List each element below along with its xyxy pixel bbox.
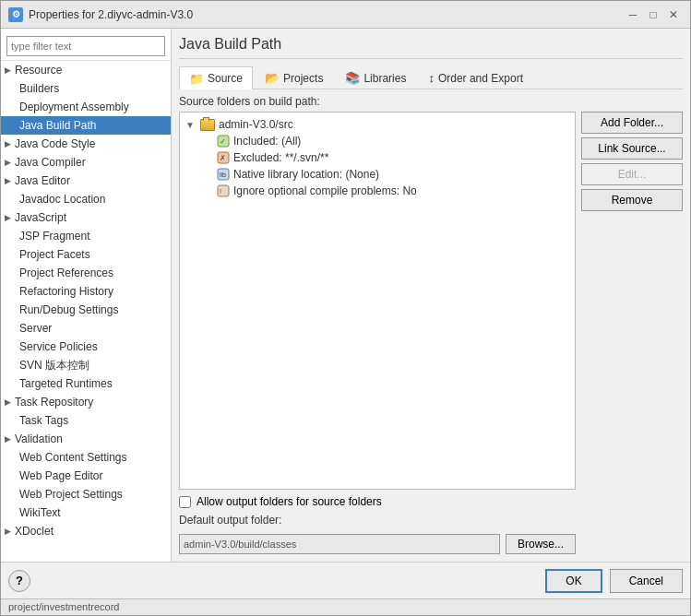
sidebar-item-label: Web Project Settings <box>19 488 123 501</box>
svg-text:lib: lib <box>220 172 226 178</box>
arrow-icon: ▶ <box>5 176 11 185</box>
tree-child-native[interactable]: lib Native library location: (None) <box>184 166 571 183</box>
sidebar-item-web-project-settings[interactable]: Web Project Settings <box>1 485 171 503</box>
footer: ? OK Cancel <box>1 562 690 598</box>
sidebar-item-label: Refactoring History <box>19 285 113 298</box>
remove-button[interactable]: Remove <box>581 189 683 211</box>
close-button[interactable]: ✕ <box>664 6 683 24</box>
add-folder-button[interactable]: Add Folder... <box>581 112 683 134</box>
sidebar-item-label: Service Policies <box>19 340 98 353</box>
sidebar-item-label: Project Facets <box>19 248 90 261</box>
filter-input[interactable] <box>6 36 165 56</box>
maximize-button[interactable]: □ <box>644 6 662 24</box>
folder-icon <box>200 119 215 131</box>
sidebar-item-label: Java Editor <box>15 174 70 187</box>
sidebar-item-java-compiler[interactable]: ▶ Java Compiler <box>1 153 171 172</box>
footer-left: ? <box>8 570 30 592</box>
main-content: ▼ admin-V3.0/src ✓ Included: ( <box>179 112 683 554</box>
sidebar-item-label: Resource <box>15 64 62 77</box>
sidebar-item-svn[interactable]: SVN 版本控制 <box>1 356 171 374</box>
tree-child-ignore-label: Ignore optional compile problems: No <box>233 184 417 197</box>
cancel-button[interactable]: Cancel <box>610 569 683 593</box>
title-bar: ⚙ Properties for 2.diyvc-admin-V3.0 ─ □ … <box>1 1 690 29</box>
tab-order-label: Order and Export <box>438 72 523 85</box>
sidebar-item-task-repository[interactable]: ▶ Task Repository <box>1 393 171 411</box>
sidebar-item-web-content-settings[interactable]: Web Content Settings <box>1 448 171 467</box>
sidebar-item-targeted-runtimes[interactable]: Targeted Runtimes <box>1 374 171 393</box>
sidebar-item-label: Javadoc Location <box>19 193 105 206</box>
sidebar-item-label: Deployment Assembly <box>19 101 129 113</box>
arrow-icon: ▶ <box>5 397 11 407</box>
section-label: Source folders on build path: <box>179 95 683 108</box>
sidebar-item-label: Builders <box>19 82 59 95</box>
browse-button[interactable]: Browse... <box>506 534 576 554</box>
sidebar-item-server[interactable]: Server <box>1 319 171 338</box>
right-panel: Add Folder... Link Source... Edit... Rem… <box>581 112 683 554</box>
tab-libraries-label: Libraries <box>363 72 406 85</box>
projects-tab-icon: 📂 <box>265 71 280 85</box>
tab-projects-label: Projects <box>283 72 323 85</box>
sidebar-item-wikitext[interactable]: WikiText <box>1 503 171 522</box>
sidebar-item-xdoclet[interactable]: ▶ XDoclet <box>1 522 171 540</box>
source-tree[interactable]: ▼ admin-V3.0/src ✓ Included: ( <box>179 112 576 490</box>
filter-box <box>1 32 171 61</box>
status-bar: project/investmentrecord <box>1 598 690 615</box>
output-section: Default output folder: Browse... <box>179 514 576 554</box>
sidebar-item-jsp-fragment[interactable]: JSP Fragment <box>1 227 171 245</box>
sidebar-item-refactoring-history[interactable]: Refactoring History <box>1 282 171 301</box>
status-text: project/investmentrecord <box>8 601 119 612</box>
tab-source-label: Source <box>208 72 243 85</box>
tree-child-excluded[interactable]: ✗ Excluded: **/.svn/** <box>184 149 571 166</box>
ok-button[interactable]: OK <box>545 569 602 593</box>
window-icon: ⚙ <box>8 7 23 22</box>
arrow-icon: ▶ <box>5 527 11 536</box>
sidebar-item-validation[interactable]: ▶ Validation <box>1 430 171 448</box>
sidebar-item-javadoc-location[interactable]: Javadoc Location <box>1 190 171 208</box>
tree-child-included[interactable]: ✓ Included: (All) <box>184 133 571 149</box>
arrow-icon: ▶ <box>5 213 11 222</box>
sidebar-item-label: Java Build Path <box>19 119 96 132</box>
sidebar-item-label: Project References <box>19 267 113 279</box>
tab-source[interactable]: 📁 Source <box>179 66 253 89</box>
footer-buttons: OK Cancel <box>545 569 683 593</box>
sidebar-item-java-code-style[interactable]: ▶ Java Code Style <box>1 135 171 153</box>
sidebar-item-task-tags[interactable]: Task Tags <box>1 411 171 430</box>
sidebar-item-label: Java Code Style <box>15 137 95 150</box>
sidebar-item-builders[interactable]: Builders <box>1 79 171 98</box>
tab-libraries[interactable]: 📚 Libraries <box>335 66 416 89</box>
sidebar-item-project-references[interactable]: Project References <box>1 264 171 282</box>
window-title: Properties for 2.diyvc-admin-V3.0 <box>29 8 193 21</box>
output-folders-checkbox[interactable] <box>179 496 191 508</box>
output-folder-input[interactable] <box>179 534 500 554</box>
sidebar-item-java-build-path[interactable]: Java Build Path <box>1 116 171 135</box>
title-bar-left: ⚙ Properties for 2.diyvc-admin-V3.0 <box>8 7 193 22</box>
source-tab-icon: 📁 <box>189 72 204 86</box>
sidebar-item-service-policies[interactable]: Service Policies <box>1 338 171 356</box>
tree-root-label: admin-V3.0/src <box>219 118 293 131</box>
sidebar-item-deployment[interactable]: Deployment Assembly <box>1 98 171 116</box>
sidebar-item-label: Task Tags <box>19 414 68 427</box>
sidebar-item-project-facets[interactable]: Project Facets <box>1 245 171 264</box>
sidebar-item-label: JSP Fragment <box>19 230 89 243</box>
sidebar-item-run-debug-settings[interactable]: Run/Debug Settings <box>1 301 171 319</box>
included-icon: ✓ <box>217 135 230 148</box>
sidebar-item-java-editor[interactable]: ▶ Java Editor <box>1 172 171 190</box>
tab-projects[interactable]: 📂 Projects <box>255 66 333 89</box>
libraries-tab-icon: 📚 <box>345 71 360 85</box>
sidebar-item-javascript[interactable]: ▶ JavaScript <box>1 208 171 227</box>
link-source-button[interactable]: Link Source... <box>581 137 683 160</box>
minimize-button[interactable]: ─ <box>624 6 642 24</box>
sidebar-item-label: Web Content Settings <box>19 451 127 464</box>
sidebar-item-resource[interactable]: ▶ Resource <box>1 61 171 79</box>
title-controls: ─ □ ✕ <box>624 6 683 24</box>
tree-root-row[interactable]: ▼ admin-V3.0/src <box>184 116 571 133</box>
help-button[interactable]: ? <box>8 570 30 592</box>
main-panel: Java Build Path 📁 Source 📂 Projects 📚 Li… <box>172 29 690 562</box>
content-area: ▶ Resource Builders Deployment Assembly … <box>1 29 690 562</box>
tab-order-export[interactable]: ↕ Order and Export <box>418 66 533 89</box>
sidebar-item-web-page-editor[interactable]: Web Page Editor <box>1 467 171 485</box>
edit-button[interactable]: Edit... <box>581 163 683 185</box>
tree-child-ignore[interactable]: ! Ignore optional compile problems: No <box>184 183 571 199</box>
sidebar-item-label: SVN 版本控制 <box>19 358 89 373</box>
tab-bar: 📁 Source 📂 Projects 📚 Libraries ↕ Order … <box>179 66 683 89</box>
